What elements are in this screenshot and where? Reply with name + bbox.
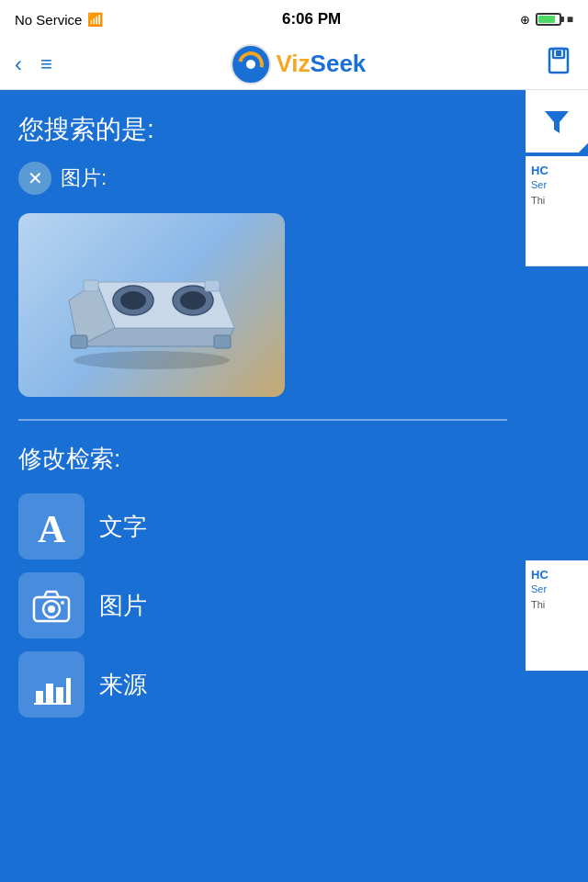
main-content: 您搜索的是: ✕ 图片: (0, 90, 588, 882)
tag-label: 图片: (61, 164, 107, 192)
wifi-icon: 📶 (87, 12, 103, 27)
text-option-label: 文字 (99, 511, 147, 543)
divider (18, 419, 507, 421)
logo-circle (231, 44, 271, 85)
option-camera[interactable]: 图片 (18, 572, 507, 639)
camera-option-label: 图片 (99, 590, 147, 622)
save-button[interactable] (544, 46, 573, 82)
svg-rect-22 (56, 687, 63, 704)
filter-button[interactable] (526, 90, 588, 153)
svg-point-18 (48, 605, 55, 613)
svg-text:A: A (38, 508, 66, 548)
svg-rect-13 (205, 280, 220, 291)
save-icon (544, 46, 573, 75)
back-button[interactable]: ‹ (15, 51, 22, 77)
close-icon: ✕ (28, 167, 43, 189)
viz-text: Viz (277, 50, 311, 77)
result-card-2-line2: Thi (531, 597, 582, 613)
svg-rect-10 (71, 335, 87, 348)
battery-fill (538, 16, 556, 23)
result-card-2-line1: Ser (531, 582, 582, 597)
svg-rect-20 (36, 691, 43, 704)
building-icon (30, 663, 73, 706)
modify-label: 修改检索: (18, 443, 507, 475)
svg-rect-21 (46, 684, 53, 704)
image-preview (18, 213, 285, 397)
svg-rect-23 (66, 678, 71, 704)
option-source[interactable]: 来源 (18, 651, 507, 718)
status-right: ⊕ ■ (520, 13, 573, 27)
part-svg (51, 227, 253, 383)
close-tag-button[interactable]: ✕ (18, 162, 51, 195)
app-logo: VizSeek (231, 44, 367, 85)
svg-marker-25 (545, 111, 569, 133)
logo-center-dot (246, 60, 255, 69)
no-service-text: No Service (15, 12, 82, 28)
search-tag: ✕ 图片: (18, 162, 507, 195)
lock-icon: ⊕ (520, 13, 530, 27)
status-bar: No Service 📶 6:06 PM ⊕ ■ (0, 0, 588, 39)
status-left: No Service 📶 (15, 12, 103, 28)
svg-point-7 (120, 291, 146, 310)
option-text[interactable]: A 文字 (18, 493, 507, 560)
battery-label: ■ (567, 13, 573, 26)
status-time: 6:06 PM (282, 10, 341, 28)
right-panel: HC Ser Thi HC Ser Thi (526, 90, 588, 882)
battery-icon (536, 13, 561, 26)
seek-text: Seek (311, 50, 367, 77)
svg-point-9 (180, 291, 206, 310)
result-card-2-title: HC (531, 568, 582, 582)
svg-point-19 (61, 601, 64, 605)
svg-rect-24 (34, 703, 71, 705)
menu-button[interactable]: ≡ (40, 52, 52, 76)
letter-a-icon: A (30, 505, 73, 548)
svg-rect-11 (214, 335, 231, 348)
left-panel: 您搜索的是: ✕ 图片: (0, 90, 526, 882)
svg-point-14 (74, 351, 230, 369)
search-label: 您搜索的是: (18, 112, 507, 147)
camera-icon (30, 584, 73, 627)
source-option-icon (18, 651, 85, 718)
camera-option-icon (18, 572, 85, 639)
text-option-icon: A (18, 493, 85, 560)
source-option-label: 来源 (99, 669, 147, 701)
right-panel-gap (526, 266, 588, 560)
result-card-1-title: HC (531, 164, 582, 177)
result-card-1[interactable]: HC Ser Thi (526, 156, 588, 266)
option-list: A 文字 图片 (18, 493, 507, 718)
filter-icon (541, 106, 572, 137)
svg-rect-12 (84, 280, 98, 291)
nav-bar: ‹ ≡ VizSeek (0, 39, 588, 90)
logo-text: VizSeek (277, 50, 367, 78)
result-card-1-line1: Ser (531, 177, 582, 193)
result-card-1-line2: Thi (531, 193, 582, 209)
result-card-2[interactable]: HC Ser Thi (526, 560, 588, 671)
nav-left: ‹ ≡ (15, 51, 52, 77)
svg-rect-2 (556, 51, 561, 56)
